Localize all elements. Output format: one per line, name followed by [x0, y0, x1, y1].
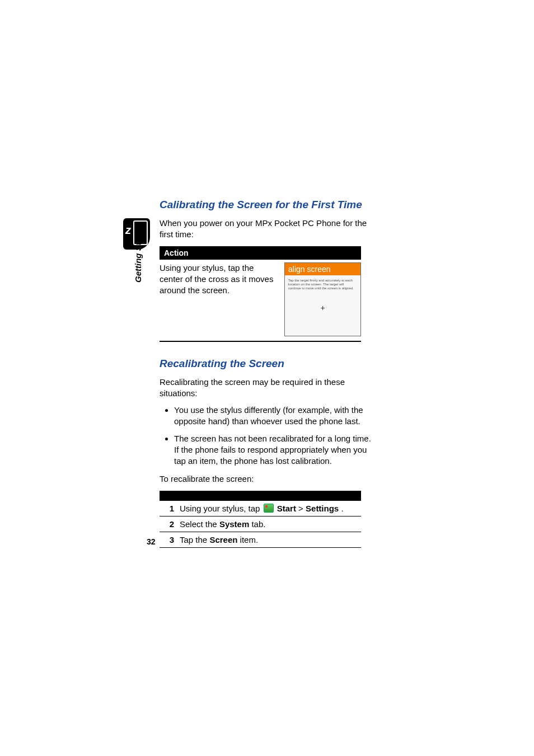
bullet-item: You use the stylus differently (for exam… [174, 405, 372, 428]
cross-target-icon: + [320, 303, 325, 312]
step-text: Tap the Screen item. [180, 535, 361, 544]
align-screen-figure: align screen Tap the target firmly and a… [284, 262, 361, 336]
align-screen-title: align screen [285, 263, 360, 275]
section-tab-text: Getting Started [133, 222, 143, 283]
bullet-list: You use the stylus differently (for exam… [160, 405, 372, 467]
recalibrate-lead: To recalibrate the screen: [160, 473, 372, 485]
action-header: Action [160, 246, 361, 260]
step-number: 1 [160, 504, 180, 513]
start-menu-icon [264, 504, 274, 513]
action-bottom-rule [160, 341, 361, 342]
step-row: 2 Select the System tab. [160, 516, 361, 532]
page-content: Calibrating the Screen for the First Tim… [160, 199, 372, 548]
intro-paragraph-1: When you power on your MPx Pocket PC Pho… [160, 218, 372, 241]
step-bold: Start [277, 504, 296, 513]
step-number: 3 [160, 535, 180, 544]
step-number: 2 [160, 519, 180, 529]
step-mid: > [298, 504, 306, 513]
step-pre: Using your stylus, tap [180, 504, 263, 513]
heading-calibrating: Calibrating the Screen for the First Tim… [160, 199, 372, 211]
action-table: Action Using your stylus, tap the center… [160, 246, 372, 342]
step-bold: System [219, 519, 249, 529]
step-bold: Settings [306, 504, 339, 513]
step-mid: tab. [251, 519, 265, 529]
manual-page: z Getting Started Calibrating the Screen… [0, 0, 534, 756]
heading-recalibrating: Recalibrating the Screen [160, 358, 372, 370]
action-row: Using your stylus, tap the center of the… [160, 260, 361, 341]
step-text: Select the System tab. [180, 519, 361, 529]
page-number: 32 [147, 537, 156, 546]
bullet-item: The screen has not been recalibrated for… [174, 433, 372, 467]
step-text: Using your stylus, tap Start > Settings … [180, 504, 361, 513]
align-screen-instruction: Tap the target firmly and accurately at … [285, 275, 360, 291]
steps-table: 1 Using your stylus, tap Start > Setting… [160, 491, 361, 548]
step-tail: . [341, 504, 343, 513]
step-row: 3 Tap the Screen item. [160, 532, 361, 548]
step-bold: Screen [209, 535, 237, 544]
section-tab-label: Getting Started [133, 222, 143, 283]
step-mid: item. [240, 535, 259, 544]
intro-paragraph-2: Recalibrating the screen may be required… [160, 377, 372, 400]
action-text: Using your stylus, tap the center of the… [160, 262, 284, 297]
step-pre: Tap the [180, 535, 209, 544]
step-row: 1 Using your stylus, tap Start > Setting… [160, 501, 361, 516]
step-pre: Select the [180, 519, 219, 529]
steps-header-rule [160, 491, 361, 501]
